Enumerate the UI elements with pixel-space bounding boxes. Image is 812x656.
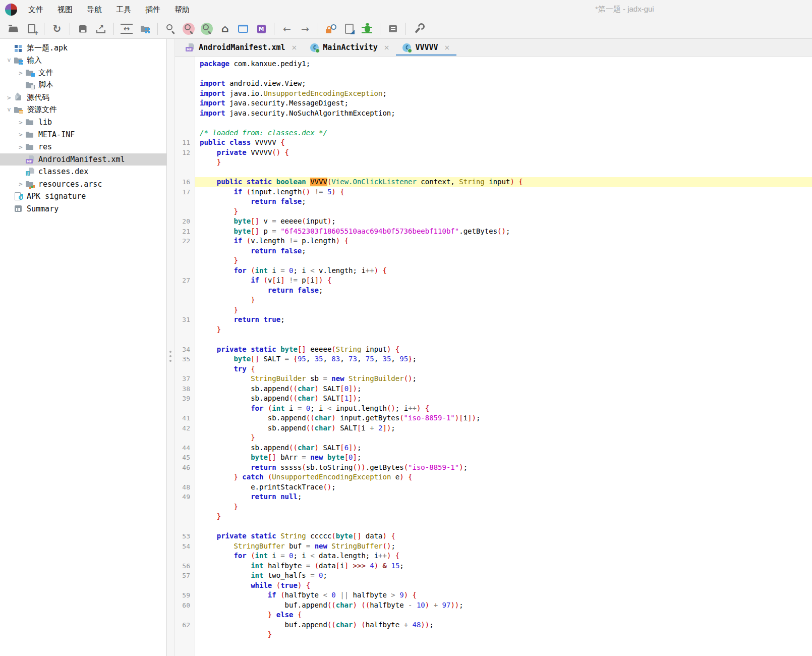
code-line[interactable]: 27 if (v[i] != p[i]) { [175, 276, 812, 286]
deobfuscation-button[interactable] [325, 23, 337, 35]
open-button[interactable] [7, 23, 19, 35]
code-line[interactable]: } [175, 325, 812, 335]
code-line[interactable]: 53 private static String ccccc(byte[] da… [175, 531, 812, 541]
code-line[interactable]: /* loaded from: classes.dex */ [175, 128, 812, 138]
tree-item-META-INF[interactable]: >META-INF [0, 129, 166, 141]
tree-item-第一题.apk[interactable]: 第一题.apk [0, 42, 166, 54]
code-line[interactable]: } else { [175, 610, 812, 620]
quark-button[interactable] [343, 23, 355, 35]
tree-chevron-icon[interactable]: > [4, 94, 14, 101]
search-button[interactable] [164, 23, 177, 35]
tab-AndroidManifest.xml[interactable]: AndroidManifest.xml× [179, 39, 304, 56]
mark-button[interactable] [255, 23, 267, 35]
tree-item-文件[interactable]: >文件 [0, 67, 166, 79]
export-button[interactable] [95, 23, 107, 35]
tab-VVVVV[interactable]: VVVVV× [396, 39, 456, 56]
code-line[interactable]: for (int i = 0; i < input.length(); i++)… [175, 404, 812, 414]
tree-item-Summary[interactable]: Summary [0, 203, 166, 215]
menu-item[interactable]: 插件 [138, 0, 167, 19]
splitter-handle[interactable] [167, 39, 175, 656]
code-line[interactable]: while (true) { [175, 581, 812, 591]
code-line[interactable]: 16 public static boolean VVVV(View.OnCli… [175, 177, 812, 187]
code-line[interactable] [175, 69, 812, 79]
tab-close-icon[interactable]: × [384, 43, 390, 51]
menu-item[interactable]: 工具 [109, 0, 138, 19]
code-line[interactable]: 42 sb.append((char) SALT[i + 2]); [175, 423, 812, 433]
code-line[interactable]: 60 buf.append((char) ((halfbyte - 10) + … [175, 600, 812, 611]
code-line[interactable]: 41 sb.append((char) input.getBytes("iso-… [175, 413, 812, 423]
tree-item-源代码[interactable]: >源代码 [0, 91, 166, 104]
code-line[interactable]: 20 byte[] v = eeeee(input); [175, 216, 812, 227]
menu-item[interactable]: 帮助 [167, 0, 197, 19]
menu-item[interactable]: 导航 [80, 0, 109, 19]
code-line[interactable] [175, 118, 812, 128]
code-line[interactable]: 48 e.printStackTrace(); [175, 482, 812, 493]
tree-chevron-icon[interactable]: > [6, 56, 13, 66]
code-line[interactable]: for (int i = 0; i < v.length; i++) { [175, 266, 812, 276]
code-line[interactable]: 54 StringBuffer buf = new StringBuffer()… [175, 541, 812, 552]
menu-item[interactable]: 视图 [50, 0, 80, 19]
code-line[interactable]: 35 byte[] SALT = {95, 35, 83, 73, 75, 35… [175, 354, 812, 364]
code-line[interactable]: 37 StringBuilder sb = new StringBuilder(… [175, 374, 812, 384]
tree-item-脚本[interactable]: 脚本 [0, 79, 166, 92]
code-line[interactable]: for (int i = 0; i < data.length; i++) { [175, 551, 812, 561]
code-line[interactable]: 57 int two_halfs = 0; [175, 571, 812, 581]
tree-chevron-icon[interactable]: > [16, 131, 26, 138]
code-line[interactable]: } [175, 630, 812, 640]
code-line[interactable]: } [175, 157, 812, 168]
tree-item-输入[interactable]: >输入 [0, 54, 166, 67]
code-line[interactable]: 59 if (halfbyte < 0 || halfbyte > 9) { [175, 590, 812, 600]
code-line[interactable]: 46 return sssss(sb.toString()).getBytes(… [175, 463, 812, 473]
code-line[interactable]: 39 sb.append((char) SALT[1]); [175, 394, 812, 404]
code-line[interactable] [175, 522, 812, 532]
code-line[interactable]: 44 sb.append((char) SALT[6]); [175, 443, 812, 453]
code-line[interactable]: return false; [175, 246, 812, 256]
code-line[interactable]: 56 int halfbyte = (data[i] >>> 4) & 15; [175, 561, 812, 571]
tab-MainActivity[interactable]: MainActivity× [304, 39, 396, 56]
tree-chevron-icon[interactable]: > [16, 119, 26, 126]
window-button[interactable] [237, 23, 249, 35]
code-line[interactable]: } [175, 512, 812, 522]
preferences-button[interactable] [413, 23, 425, 35]
code-line[interactable] [175, 335, 812, 345]
log-button[interactable] [387, 23, 399, 35]
code-editor[interactable]: package com.kanxue.pediy1;import android… [175, 57, 812, 656]
code-line[interactable]: 49 return null; [175, 492, 812, 502]
code-line[interactable]: 11public class VVVVV { [175, 138, 812, 148]
tree-item-资源文件[interactable]: >资源文件 [0, 104, 166, 117]
code-line[interactable]: 12 private VVVVV() { [175, 148, 812, 158]
tree-chevron-icon[interactable]: > [16, 143, 26, 151]
code-line[interactable]: return false; [175, 197, 812, 207]
menu-item[interactable]: 文件 [21, 0, 50, 19]
code-line[interactable]: 31 return true; [175, 315, 812, 325]
code-line[interactable]: 21 byte[] p = "6f452303f18605510aac694b0… [175, 227, 812, 237]
forward-button[interactable] [299, 23, 311, 35]
code-line[interactable]: 38 sb.append((char) SALT[0]); [175, 384, 812, 394]
code-line[interactable]: import java.security.NoSuchAlgorithmExce… [175, 108, 812, 119]
tab-close-icon[interactable]: × [444, 43, 450, 51]
home-button[interactable] [219, 23, 231, 35]
tree-chevron-icon[interactable]: > [6, 105, 13, 115]
code-line[interactable]: } catch (UnsupportedEncodingException e)… [175, 472, 812, 482]
tree-item-resources.arsc[interactable]: >resources.arsc [0, 178, 166, 191]
save-button[interactable] [77, 23, 89, 35]
code-line[interactable]: import java.security.MessageDigest; [175, 98, 812, 108]
code-line[interactable]: } [175, 295, 812, 305]
code-line[interactable]: 62 buf.append((char) (halfbyte + 48)); [175, 620, 812, 630]
tab-close-icon[interactable]: × [292, 43, 298, 51]
tree-item-res[interactable]: >res [0, 141, 166, 153]
tree-item-lib[interactable]: >lib [0, 116, 166, 129]
code-line[interactable]: return false; [175, 286, 812, 296]
code-line[interactable]: package com.kanxue.pediy1; [175, 59, 812, 69]
code-line[interactable]: } [175, 207, 812, 217]
code-line[interactable] [175, 168, 812, 178]
code-line[interactable]: try { [175, 364, 812, 374]
tree-item-AndroidManifest.xml[interactable]: AndroidManifest.xml [0, 153, 166, 166]
tree-item-APK signature[interactable]: APK signature [0, 190, 166, 203]
debug-button[interactable] [361, 23, 373, 35]
code-line[interactable]: 45 byte[] bArr = new byte[0]; [175, 453, 812, 463]
code-line[interactable]: } [175, 305, 812, 315]
tree-chevron-icon[interactable]: > [16, 69, 26, 77]
tree-item-classes.dex[interactable]: classes.dex [0, 166, 166, 178]
code-line[interactable]: } [175, 502, 812, 512]
